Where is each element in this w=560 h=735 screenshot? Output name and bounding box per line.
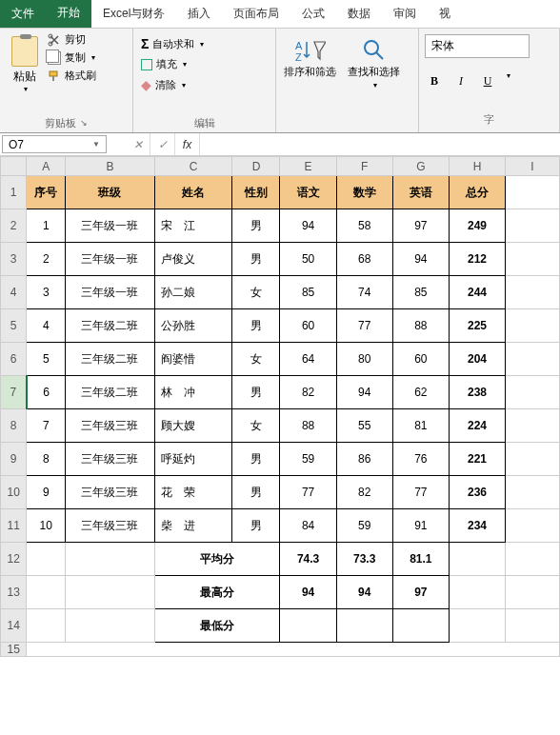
cell[interactable]: 224: [449, 409, 505, 443]
format-painter-button[interactable]: 格式刷: [48, 69, 96, 83]
cell[interactable]: [506, 443, 560, 476]
cell[interactable]: 林 冲: [154, 376, 232, 409]
cell[interactable]: 男: [232, 309, 280, 343]
cell[interactable]: 84: [280, 509, 336, 543]
row-header-14[interactable]: 14: [1, 609, 27, 643]
cell[interactable]: 236: [449, 476, 505, 509]
cut-button[interactable]: 剪切: [48, 32, 96, 47]
cell[interactable]: 9: [27, 476, 66, 509]
underline-button[interactable]: U: [478, 71, 497, 90]
cell[interactable]: 男: [232, 509, 280, 543]
cell[interactable]: 76: [392, 443, 449, 476]
cell[interactable]: 呼延灼: [154, 443, 232, 476]
tab-file[interactable]: 文件: [0, 0, 46, 28]
tab-view[interactable]: 视: [428, 0, 462, 28]
cell[interactable]: [280, 609, 336, 643]
cell[interactable]: 柴 进: [154, 509, 232, 543]
cell[interactable]: 77: [280, 476, 336, 509]
cell[interactable]: 男: [232, 376, 280, 409]
copy-button[interactable]: 复制 ▾: [48, 50, 96, 65]
cell[interactable]: 最低分: [154, 609, 280, 643]
cell[interactable]: [506, 609, 560, 643]
cell[interactable]: 88: [392, 309, 449, 343]
cell[interactable]: 性别: [232, 176, 280, 209]
cell[interactable]: 238: [449, 376, 505, 409]
cell[interactable]: [506, 176, 560, 209]
row-header-9[interactable]: 9: [1, 443, 27, 476]
cell[interactable]: 孙二娘: [154, 276, 232, 309]
cell[interactable]: 8: [27, 443, 66, 476]
tab-data[interactable]: 数据: [336, 0, 382, 28]
cell[interactable]: 男: [232, 209, 280, 243]
cell[interactable]: 81: [392, 409, 449, 443]
cell[interactable]: 68: [336, 243, 392, 276]
col-header-A[interactable]: A: [27, 157, 66, 176]
cell[interactable]: 94: [280, 209, 336, 243]
cell[interactable]: 公孙胜: [154, 309, 232, 343]
cell[interactable]: 249: [449, 209, 505, 243]
cell[interactable]: 阎婆惜: [154, 343, 232, 376]
cell[interactable]: 64: [280, 343, 336, 376]
paste-button[interactable]: 粘贴 ▾: [8, 32, 42, 97]
cell[interactable]: [66, 543, 154, 576]
autosum-button[interactable]: Σ 自动求和 ▾: [141, 36, 204, 51]
cell[interactable]: 卢俊义: [154, 243, 232, 276]
col-header-F[interactable]: F: [336, 157, 392, 176]
cell[interactable]: 82: [336, 476, 392, 509]
cell[interactable]: 94: [336, 576, 392, 609]
cell[interactable]: [27, 543, 66, 576]
cell[interactable]: 三年级三班: [66, 476, 154, 509]
find-select-button[interactable]: 查找和选择 ▾: [348, 38, 400, 89]
cell[interactable]: 60: [392, 343, 449, 376]
col-header-H[interactable]: H: [449, 157, 505, 176]
cell[interactable]: [506, 409, 560, 443]
cell[interactable]: [27, 609, 66, 643]
cell[interactable]: 88: [280, 409, 336, 443]
cell[interactable]: 三年级三班: [66, 409, 154, 443]
cell[interactable]: 221: [449, 443, 505, 476]
cell[interactable]: 204: [449, 343, 505, 376]
insert-function-button[interactable]: fx: [175, 133, 200, 155]
cell[interactable]: [506, 276, 560, 309]
cell[interactable]: 1: [27, 209, 66, 243]
cell[interactable]: 60: [280, 309, 336, 343]
cell[interactable]: 85: [280, 276, 336, 309]
cell[interactable]: 74: [336, 276, 392, 309]
row-header-11[interactable]: 11: [1, 509, 27, 543]
cell[interactable]: [506, 209, 560, 243]
cell[interactable]: 77: [392, 476, 449, 509]
cell[interactable]: 62: [392, 376, 449, 409]
cell[interactable]: 平均分: [154, 543, 280, 576]
col-header-I[interactable]: I: [506, 157, 560, 176]
cell[interactable]: 80: [336, 343, 392, 376]
cell[interactable]: 55: [336, 409, 392, 443]
cell[interactable]: 81.1: [392, 543, 449, 576]
cell[interactable]: [506, 543, 560, 576]
cell[interactable]: 女: [232, 409, 280, 443]
tab-insert[interactable]: 插入: [176, 0, 222, 28]
cell[interactable]: 三年级一班: [66, 243, 154, 276]
font-name-select[interactable]: 宋体: [425, 34, 530, 58]
cell[interactable]: [27, 643, 560, 657]
cell[interactable]: 212: [449, 243, 505, 276]
cell[interactable]: [449, 576, 505, 609]
cell[interactable]: 三年级三班: [66, 443, 154, 476]
cancel-formula-button[interactable]: ✕: [126, 133, 150, 155]
tab-excel-finance[interactable]: Excel与财务: [91, 0, 176, 28]
cell[interactable]: 73.3: [336, 543, 392, 576]
cell[interactable]: [506, 576, 560, 609]
cell[interactable]: [506, 476, 560, 509]
cell[interactable]: 10: [27, 509, 66, 543]
accept-formula-button[interactable]: ✓: [150, 133, 175, 155]
cell[interactable]: 男: [232, 443, 280, 476]
cell[interactable]: 82: [280, 376, 336, 409]
cell[interactable]: [506, 376, 560, 409]
cell[interactable]: 男: [232, 243, 280, 276]
cell[interactable]: 58: [336, 209, 392, 243]
cell[interactable]: 三年级二班: [66, 343, 154, 376]
tab-formulas[interactable]: 公式: [290, 0, 336, 28]
row-header-12[interactable]: 12: [1, 543, 27, 576]
cell[interactable]: [392, 609, 449, 643]
formula-input[interactable]: [200, 133, 560, 155]
cell[interactable]: 225: [449, 309, 505, 343]
